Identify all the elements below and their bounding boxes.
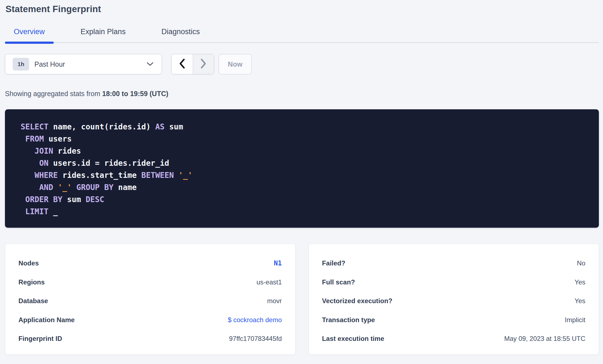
sql-line: LIMIT _ <box>21 206 588 218</box>
row-label-database: Database <box>18 297 48 305</box>
row-label-full-scan: Full scan? <box>322 278 355 286</box>
sql-statement-box: SELECT name, count(rides.id) AS sum FROM… <box>5 109 599 228</box>
nodes-link[interactable]: N1 <box>274 259 282 267</box>
sql-code: SELECT name, count(rides.id) AS sum FROM… <box>21 121 588 218</box>
row-label-vectorized: Vectorized execution? <box>322 297 393 305</box>
row-label-regions: Regions <box>18 278 45 286</box>
aggregated-stats-caption: Showing aggregated stats from 18:00 to 1… <box>5 90 599 98</box>
time-controls: 1h Past Hour <box>5 54 599 74</box>
row-label-failed: Failed? <box>322 259 346 267</box>
stats-caption-prefix: Showing aggregated stats from <box>5 90 102 97</box>
row-label-nodes: Nodes <box>18 259 39 267</box>
table-row: Full scan? Yes <box>322 273 586 292</box>
sql-line: JOIN rides <box>21 145 588 157</box>
table-row: Fingerprint ID 97ffc170783445fd <box>18 329 282 348</box>
time-range-dropdown[interactable]: 1h Past Hour <box>5 54 162 74</box>
database-value: movr <box>267 297 282 305</box>
table-row: Failed? No <box>322 254 586 273</box>
table-row: Nodes N1 <box>18 254 282 273</box>
statement-details-card: Nodes N1 Regions us-east1 Database movr … <box>5 244 295 355</box>
tab-diagnostics[interactable]: Diagnostics <box>153 28 209 42</box>
sql-line: ON users.id = rides.rider_id <box>21 157 588 169</box>
row-label-transaction-type: Transaction type <box>322 316 375 324</box>
table-row: Database movr <box>18 292 282 311</box>
row-label-last-execution-time: Last execution time <box>322 335 384 343</box>
fingerprint-id-value: 97ffc170783445fd <box>229 335 282 343</box>
table-row: Last execution time May 09, 2023 at 18:5… <box>322 329 586 348</box>
time-step-buttons <box>171 54 214 74</box>
full-scan-value: Yes <box>575 278 585 286</box>
page-title: Statement Fingerprint <box>6 4 599 14</box>
application-name-link[interactable]: $ cockroach demo <box>228 316 282 324</box>
sql-line: WHERE rides.start_time BETWEEN '_' <box>21 169 588 181</box>
tab-overview[interactable]: Overview <box>5 28 54 42</box>
statement-fingerprint-page: Statement Fingerprint Overview Explain P… <box>0 0 603 355</box>
last-execution-time-value: May 09, 2023 at 18:55 UTC <box>504 335 585 343</box>
table-row: Vectorized execution? Yes <box>322 292 586 311</box>
chevron-down-icon <box>147 62 153 66</box>
stats-caption-range: 18:00 to 19:59 (UTC) <box>102 90 168 97</box>
table-row: Transaction type Implicit <box>322 311 586 330</box>
vectorized-value: Yes <box>575 297 585 305</box>
table-row: Regions us-east1 <box>18 273 282 292</box>
chevron-right-icon <box>200 58 207 70</box>
row-label-application-name: Application Name <box>18 316 75 324</box>
sql-line: ORDER BY sum DESC <box>21 194 588 206</box>
chevron-left-icon <box>178 58 186 70</box>
execution-attributes-card: Failed? No Full scan? Yes Vectorized exe… <box>309 244 599 355</box>
time-range-label: Past Hour <box>34 60 65 68</box>
failed-value: No <box>577 259 585 267</box>
summary-cards: Nodes N1 Regions us-east1 Database movr … <box>5 244 599 355</box>
transaction-type-value: Implicit <box>565 316 585 324</box>
next-interval-button[interactable] <box>193 54 214 74</box>
table-row: Application Name $ cockroach demo <box>18 311 282 330</box>
now-button[interactable]: Now <box>219 54 252 74</box>
tab-bar: Overview Explain Plans Diagnostics <box>5 28 599 43</box>
sql-line: SELECT name, count(rides.id) AS sum <box>21 121 588 133</box>
sql-line: AND '_' GROUP BY name <box>21 181 588 194</box>
previous-interval-button[interactable] <box>172 54 193 74</box>
regions-value: us-east1 <box>256 278 282 286</box>
tab-explain-plans[interactable]: Explain Plans <box>72 28 135 42</box>
sql-line: FROM users <box>21 133 588 145</box>
row-label-fingerprint-id: Fingerprint ID <box>18 335 62 343</box>
interval-badge: 1h <box>13 58 29 70</box>
